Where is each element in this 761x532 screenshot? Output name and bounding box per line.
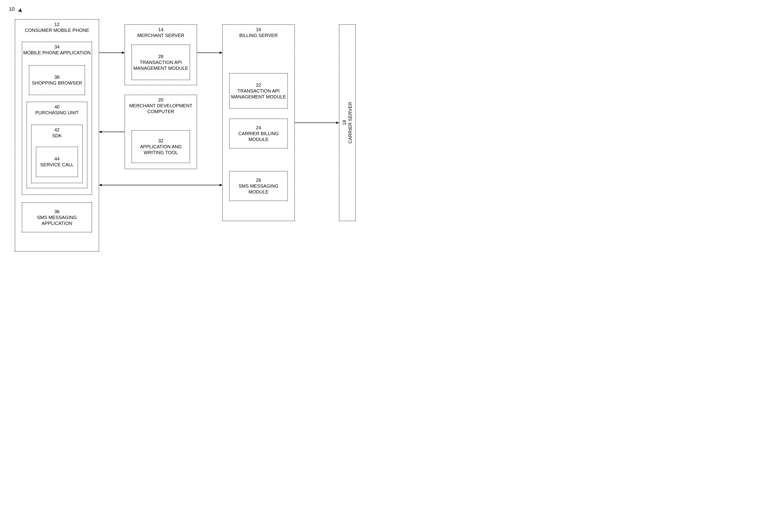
box-number: 32 [158,138,163,144]
box-label: SMS MESSAGING MODULE [230,183,287,195]
box-transaction-api-mgmt-28: 28 TRANSACTION API MANAGEMENT MODULE [132,44,190,80]
diagram-canvas: 10 ➤ 12 CONSUMER MOBILE PHONE 34 MOBILE … [0,0,380,266]
box-carrier-server: 18 CARRIER SERVER [339,25,356,221]
box-transaction-api-mgmt-22: 22 TRANSACTION API MANAGEMENT MODULE [229,73,288,109]
box-number: 22 [256,82,261,88]
box-label: TRANSACTION API MANAGEMENT MODULE [230,88,287,100]
box-label: SDK [52,133,62,139]
box-service-call: 44 SERVICE CALL [36,147,78,177]
box-carrier-billing-module: 24 CARRIER BILLING MODULE [229,119,288,148]
box-number: 26 [256,177,261,183]
box-number: 24 [256,125,261,131]
box-number: 18 [342,120,347,125]
box-label: APPLICATION AND WRITING TOOL [132,144,190,156]
box-label: TRANSACTION API MANAGEMENT MODULE [132,60,190,71]
box-number: 42 [54,127,60,133]
figure-reference: 10 [9,6,15,12]
box-label: MERCHANT DEVELOPMENT COMPUTER [125,103,197,115]
box-number: 36 [54,209,60,215]
box-label: SERVICE CALL [40,162,74,168]
box-label: PURCHASING UNIT [35,110,79,116]
box-label: SHOPPING BROWSER [32,80,82,86]
box-label: SMS MESSAGING APPLICATION [22,215,91,226]
box-number: 28 [158,54,163,60]
box-number: 14 [158,27,163,32]
box-number: 40 [54,104,60,110]
box-application-writing-tool: 32 APPLICATION AND WRITING TOOL [132,130,190,163]
box-sms-messaging-application: 36 SMS MESSAGING APPLICATION [22,202,92,233]
box-shopping-browser: 38 SHOPPING BROWSER [29,65,85,95]
box-label: CONSUMER MOBILE PHONE [25,27,89,33]
box-label: CARRIER SERVER [348,102,353,143]
box-number: 12 [54,22,60,27]
box-sms-messaging-module: 26 SMS MESSAGING MODULE [229,171,288,201]
box-number: 20 [158,97,163,103]
figure-reference-arrow-icon: ➤ [16,6,25,15]
box-number: 34 [54,44,60,50]
box-label: BILLING SERVER [239,32,278,38]
box-number: 38 [54,74,60,80]
box-label: CARRIER BILLING MODULE [230,131,287,142]
box-number: 44 [54,156,60,162]
box-label: MOBILE PHONE APPLICATION [23,50,90,56]
box-number: 16 [256,27,261,32]
box-label: MERCHANT SERVER [137,32,184,38]
